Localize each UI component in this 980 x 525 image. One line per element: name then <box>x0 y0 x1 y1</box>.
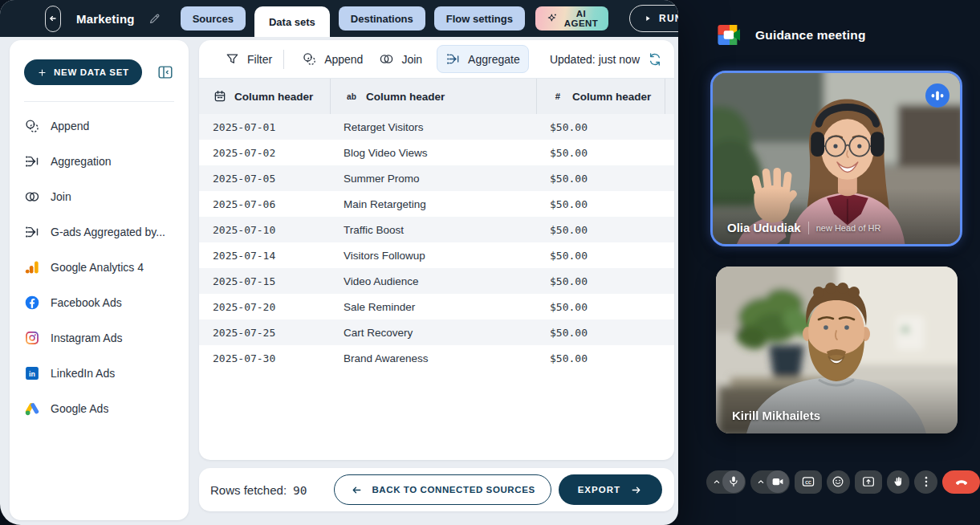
cell-amount: $50.00 <box>536 301 665 313</box>
back-button[interactable] <box>45 6 61 32</box>
append-icon <box>302 51 317 67</box>
table-row: 2025-07-20 Sale Reminder $50.00 <box>199 294 674 319</box>
table-row: 2025-07-10 Traffic Boost $50.00 <box>199 217 674 242</box>
svg-text:CC: CC <box>805 480 811 485</box>
sidebar-item-aggregation[interactable]: Aggregation <box>24 144 174 179</box>
arrow-left-icon <box>350 483 364 497</box>
cell-campaign-name: Sale Reminder <box>330 301 536 313</box>
sidebar-item-label: G-ads Aggregated by... <box>51 226 165 238</box>
control-present-screen[interactable] <box>855 470 882 494</box>
control-captions[interactable]: CC <box>795 470 822 494</box>
tab-data-sets[interactable]: Data sets <box>254 6 330 37</box>
cell-campaign-name: Visitors Followup <box>330 250 536 262</box>
sidebar-item-facebook-ads[interactable]: Facebook Ads <box>24 285 174 320</box>
updated-label: Updated: just now <box>550 53 640 66</box>
video-tile-kirill[interactable]: Kirill Mikhailets <box>716 267 958 433</box>
svg-text:ab: ab <box>347 92 356 101</box>
filter-icon <box>225 51 240 67</box>
run-label: RUN <box>659 13 678 24</box>
cell-date: 2025-07-30 <box>199 352 330 364</box>
facebook-icon <box>24 295 40 311</box>
cell-date: 2025-07-10 <box>199 224 330 236</box>
meet-header: Guidance meeting <box>718 25 866 45</box>
video-tile-olia[interactable]: Olia Ududiak new Head of HR <box>710 71 962 246</box>
back-to-sources-button[interactable]: BACK TO CONNECTED SOURCES <box>334 474 551 505</box>
cell-amount: $50.00 <box>536 224 665 236</box>
table-header-row: Column header ab Column header # Column … <box>199 78 674 114</box>
run-button[interactable]: RUN <box>629 5 678 32</box>
emoji-icon <box>827 470 849 493</box>
table-body: 2025-07-01 Retarget Visitors $50.00 2025… <box>199 114 674 371</box>
present-icon <box>857 470 880 493</box>
control-raise-hand[interactable] <box>887 470 910 494</box>
tab-flow-settings[interactable]: Flow settings <box>434 6 525 31</box>
ga4-icon <box>24 259 40 275</box>
cell-campaign-name: Blog Video Views <box>330 147 536 159</box>
refresh-button[interactable] <box>647 51 663 67</box>
speaking-indicator-icon <box>925 83 950 108</box>
cell-campaign-name: Main Retargeting <box>330 198 536 210</box>
table-row: 2025-07-06 Main Retargeting $50.00 <box>199 191 674 217</box>
control-reactions[interactable] <box>827 470 850 494</box>
sidebar-item-label: Instagram Ads <box>51 332 123 344</box>
app-topbar: Marketing Sources Data sets Destinations… <box>0 0 678 37</box>
filter-button[interactable]: Filter <box>217 46 280 72</box>
control-more-options[interactable] <box>914 470 937 494</box>
append-button[interactable]: Append <box>294 46 371 72</box>
more-icon <box>915 470 937 493</box>
toolbar-divider <box>283 50 284 69</box>
tab-sources[interactable]: Sources <box>181 6 246 31</box>
sidebar-item-instagram-ads[interactable]: Instagram Ads <box>24 320 174 356</box>
ai-agent-button[interactable]: AI AGENT <box>535 6 608 31</box>
number-type-icon: # <box>551 89 565 104</box>
cell-campaign-name: Traffic Boost <box>330 224 536 236</box>
table-toolbar: Filter Append Join Aggregate Updated: ju… <box>199 40 674 78</box>
cell-date: 2025-07-05 <box>199 173 330 185</box>
camera-icon <box>767 470 789 493</box>
sidebar-item-label: Join <box>51 190 71 203</box>
tab-label: Destinations <box>351 13 413 25</box>
cell-date: 2025-07-20 <box>199 301 330 313</box>
google-meet-logo-icon <box>718 25 742 45</box>
collapse-sidebar-button[interactable] <box>157 63 174 81</box>
column-header-text[interactable]: ab Column header <box>330 79 536 114</box>
cell-campaign-name: Video Audience <box>330 275 536 287</box>
chevron-up-icon <box>755 476 767 487</box>
cell-campaign-name: Summer Promo <box>330 173 536 185</box>
edit-title-pencil-icon[interactable] <box>148 12 161 26</box>
sidebar-items: Append Aggregation Join G-ads Ag <box>24 108 174 426</box>
text-type-icon: ab <box>344 89 359 104</box>
back-arrow-icon <box>46 11 60 26</box>
export-button[interactable]: EXPORT <box>559 474 662 505</box>
sidebar-item-label: LinkedIn Ads <box>51 367 115 380</box>
table-row: 2025-07-01 Retarget Visitors $50.00 <box>199 114 674 140</box>
sidebar-item-google-ads[interactable]: Google Ads <box>24 391 174 426</box>
aggregate-icon <box>445 51 461 67</box>
sidebar-item-append[interactable]: Append <box>24 108 174 144</box>
cell-date: 2025-07-14 <box>199 250 330 262</box>
table-row: 2025-07-02 Blog Video Views $50.00 <box>199 140 674 165</box>
rows-fetched-value: 90 <box>293 484 307 497</box>
meet-controls: CC <box>706 469 980 494</box>
control-end-call[interactable] <box>942 470 980 494</box>
sidebar-item-google-analytics-4[interactable]: Google Analytics 4 <box>24 250 174 285</box>
collapse-panel-icon <box>157 63 174 81</box>
ai-agent-label: AI AGENT <box>564 9 598 28</box>
tab-destinations[interactable]: Destinations <box>339 6 425 31</box>
column-header-number[interactable]: # Column header <box>536 79 665 114</box>
datasets-sidebar: NEW DATA SET Append Aggregation <box>10 40 189 520</box>
join-button[interactable]: Join <box>371 46 430 72</box>
column-header-date[interactable]: Column header <box>199 79 330 114</box>
dataset-preview-card: Filter Append Join Aggregate Updated: ju… <box>199 40 674 460</box>
control-microphone[interactable] <box>706 470 746 494</box>
refresh-icon <box>647 51 663 67</box>
sidebar-item-linkedin-ads[interactable]: in LinkedIn Ads <box>24 356 174 391</box>
aggregate-button[interactable]: Aggregate <box>437 45 529 73</box>
sidebar-item-g-ads-aggregated-by[interactable]: G-ads Aggregated by... <box>24 214 174 250</box>
sidebar-item-label: Aggregation <box>51 155 112 168</box>
cell-campaign-name: Brand Awareness <box>330 352 536 364</box>
cell-amount: $50.00 <box>536 173 665 185</box>
sidebar-item-join[interactable]: Join <box>24 179 174 214</box>
control-camera[interactable] <box>750 470 790 494</box>
new-data-set-button[interactable]: NEW DATA SET <box>24 59 142 85</box>
